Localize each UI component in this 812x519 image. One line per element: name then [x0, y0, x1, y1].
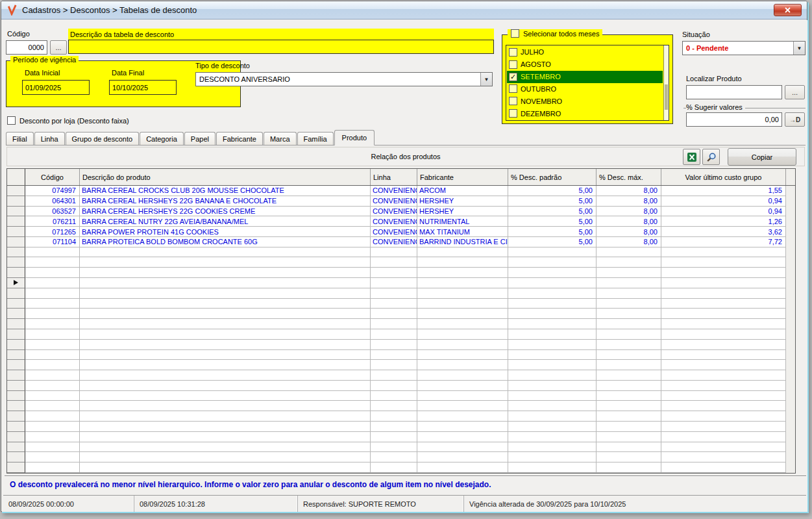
table-row[interactable]: 071265BARRA POWER PROTEIN 41G COOKIESCON… — [7, 227, 795, 237]
tab-filial[interactable]: Filial — [6, 132, 34, 145]
table-row[interactable] — [7, 432, 795, 442]
checkbox-icon[interactable] — [511, 29, 519, 38]
table-row[interactable] — [7, 268, 795, 278]
table-row[interactable] — [7, 257, 795, 268]
descricao-input[interactable] — [68, 40, 494, 54]
table-row[interactable]: 076211BARRA CEREAL NUTRY 22G AVEIA/BANAN… — [7, 216, 795, 227]
row-selector[interactable] — [7, 207, 25, 217]
month-option-julho[interactable]: JULHO — [507, 46, 663, 58]
tab-grupo-de-desconto[interactable]: Grupo de desconto — [66, 132, 140, 145]
row-selector[interactable] — [7, 278, 25, 288]
row-selector[interactable] — [7, 186, 25, 196]
table-row[interactable] — [7, 247, 795, 258]
row-selector[interactable] — [7, 452, 25, 462]
row-selector[interactable] — [7, 411, 25, 422]
months-scrollbar[interactable] — [663, 45, 669, 120]
table-row[interactable] — [7, 391, 795, 401]
table-row[interactable] — [7, 309, 795, 319]
row-selector[interactable] — [7, 329, 25, 340]
row-selector[interactable] — [7, 237, 25, 247]
row-selector[interactable] — [7, 216, 25, 227]
chevron-down-icon[interactable]: ▼ — [480, 73, 492, 86]
table-row[interactable] — [7, 350, 795, 361]
table-row[interactable] — [7, 299, 795, 309]
row-selector[interactable] — [7, 422, 25, 432]
month-option-setembro[interactable]: ✓SETEMBRO — [507, 71, 663, 83]
desconto-loja-checkbox[interactable]: Desconto por loja (Desconto faixa) — [7, 116, 129, 125]
table-row[interactable] — [7, 462, 795, 473]
tab-marca[interactable]: Marca — [264, 132, 297, 145]
table-row[interactable]: 071104BARRA PROTEICA BOLD BOMBOM CROCANT… — [7, 237, 795, 247]
row-selector[interactable] — [7, 360, 25, 370]
row-selector[interactable] — [7, 268, 25, 278]
table-row[interactable] — [7, 401, 795, 411]
checkbox-icon[interactable] — [509, 60, 517, 69]
table-row[interactable] — [7, 288, 795, 299]
row-selector[interactable] — [7, 309, 25, 319]
checkbox-icon[interactable]: ✓ — [509, 73, 517, 81]
tab-produto[interactable]: Produto — [334, 130, 375, 146]
checkbox-icon[interactable] — [7, 116, 16, 125]
table-row[interactable] — [7, 411, 795, 422]
export-excel-button[interactable] — [683, 149, 700, 165]
table-row[interactable] — [7, 329, 795, 340]
table-row[interactable]: 063527BARRA CEREAL HERSHEYS 22G COOKIES … — [7, 207, 795, 217]
select-all-months[interactable]: Selecionar todos meses — [508, 29, 602, 38]
situacao-combo[interactable]: 0 - Pendente ▼ — [682, 41, 806, 55]
row-selector[interactable] — [7, 401, 25, 411]
table-row[interactable] — [7, 370, 795, 381]
table-row[interactable] — [7, 278, 795, 288]
codigo-browse-button[interactable]: ... — [50, 40, 67, 55]
scrollbar-thumb[interactable] — [665, 84, 668, 110]
row-selector[interactable] — [7, 391, 25, 401]
copiar-button[interactable]: Copiar — [728, 148, 796, 166]
checkbox-icon[interactable] — [509, 109, 517, 118]
table-row[interactable] — [7, 360, 795, 370]
chevron-down-icon[interactable]: ▼ — [793, 42, 805, 55]
tab-categoria[interactable]: Categoria — [140, 132, 184, 145]
row-selector[interactable] — [7, 257, 25, 268]
checkbox-icon[interactable] — [509, 48, 517, 57]
search-grid-button[interactable] — [702, 149, 720, 165]
row-selector[interactable] — [7, 288, 25, 299]
checkbox-icon[interactable] — [509, 84, 517, 93]
tab-papel[interactable]: Papel — [184, 132, 215, 145]
month-option-dezembro[interactable]: DEZEMBRO — [507, 107, 663, 120]
codigo-input[interactable] — [6, 40, 47, 55]
row-selector[interactable] — [7, 350, 25, 361]
tab-fabricante[interactable]: Fabricante — [216, 132, 263, 145]
localizar-browse-button[interactable]: ... — [785, 85, 805, 99]
data-inicial-input[interactable] — [22, 80, 90, 95]
row-selector[interactable] — [7, 432, 25, 442]
checkbox-icon[interactable] — [509, 97, 517, 105]
row-selector[interactable] — [7, 196, 25, 207]
table-row[interactable] — [7, 319, 795, 329]
table-row[interactable] — [7, 381, 795, 391]
tab-linha[interactable]: Linha — [34, 132, 65, 145]
apply-suggest-button[interactable]: →D — [785, 112, 805, 127]
close-button[interactable] — [774, 4, 802, 16]
row-selector[interactable] — [7, 247, 25, 258]
months-listbox[interactable]: JULHOAGOSTO✓SETEMBROOUTUBRONOVEMBRODEZEM… — [506, 45, 669, 121]
sugerir-valores-input[interactable] — [686, 112, 782, 127]
table-row[interactable] — [7, 422, 795, 432]
month-option-agosto[interactable]: AGOSTO — [507, 58, 663, 71]
table-row[interactable] — [7, 340, 795, 350]
table-row[interactable]: 074997BARRA CEREAL CROCKS CLUB 20G MOUSS… — [7, 186, 795, 196]
row-selector[interactable] — [7, 227, 25, 237]
data-final-input[interactable] — [109, 80, 177, 95]
row-selector[interactable] — [7, 299, 25, 309]
row-selector[interactable] — [7, 381, 25, 391]
month-option-outubro[interactable]: OUTUBRO — [507, 83, 663, 95]
row-selector[interactable] — [7, 319, 25, 329]
tipo-desconto-combo[interactable]: DESCONTO ANIVERSARIO ▼ — [195, 72, 493, 86]
row-selector[interactable] — [7, 442, 25, 453]
localizar-produto-input[interactable] — [686, 85, 782, 99]
table-row[interactable]: 064301BARRA CEREAL HERSHEYS 22G BANANA E… — [7, 196, 795, 207]
titlebar[interactable]: Cadastros > Descontos > Tabelas de desco… — [1, 1, 807, 19]
row-selector[interactable] — [7, 462, 25, 473]
tab-fam-lia[interactable]: Família — [297, 132, 334, 145]
month-option-novembro[interactable]: NOVEMBRO — [507, 95, 663, 107]
row-selector[interactable] — [7, 370, 25, 381]
table-row[interactable] — [7, 442, 795, 453]
